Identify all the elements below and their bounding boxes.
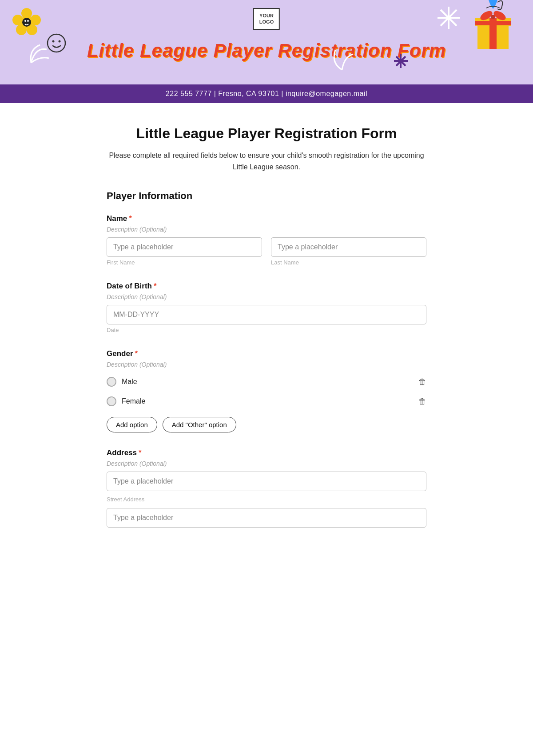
gender-male-label: Male xyxy=(122,378,137,386)
form-description: Please complete all required fields belo… xyxy=(107,150,426,172)
address-label: Address * xyxy=(107,448,426,457)
street-address-input[interactable] xyxy=(107,472,426,491)
add-option-button[interactable]: Add option xyxy=(107,417,157,432)
name-label: Name * xyxy=(107,214,426,223)
address-field-block: Address * Description (Optional) Street … xyxy=(107,448,426,528)
svg-point-26 xyxy=(491,15,495,19)
add-option-row: Add option Add "Other" option xyxy=(107,417,426,432)
first-name-wrapper: First Name xyxy=(107,237,262,266)
section-player-info: Player Information xyxy=(107,190,426,202)
star-decoration xyxy=(435,4,462,36)
svg-rect-23 xyxy=(475,21,511,25)
name-description: Description (Optional) xyxy=(107,226,426,233)
name-field-block: Name * Description (Optional) First Name… xyxy=(107,214,426,266)
gender-female-delete-icon[interactable]: 🗑 xyxy=(418,397,426,406)
dob-sublabel: Date xyxy=(107,327,426,333)
last-name-input[interactable] xyxy=(271,237,426,257)
gender-option-male[interactable]: Male 🗑 xyxy=(107,372,426,391)
gift-decoration xyxy=(471,0,515,62)
svg-point-17 xyxy=(48,34,65,52)
add-other-option-button[interactable]: Add "Other" option xyxy=(163,417,236,432)
header-main-title: Little League Player Registration Form xyxy=(18,40,515,61)
svg-point-7 xyxy=(24,20,26,22)
gender-male-left: Male xyxy=(107,377,137,387)
street-address-sublabel: Street Address xyxy=(107,496,426,503)
gender-female-label: Female xyxy=(122,397,145,405)
gender-female-radio[interactable] xyxy=(107,396,116,406)
dob-label: Date of Birth * xyxy=(107,282,426,291)
address-description: Description (Optional) xyxy=(107,460,426,467)
gender-female-left: Female xyxy=(107,396,145,406)
address-required-star: * xyxy=(139,448,142,457)
gender-male-delete-icon[interactable]: 🗑 xyxy=(418,377,426,387)
gender-option-female[interactable]: Female 🗑 xyxy=(107,392,426,411)
last-name-sublabel: Last Name xyxy=(271,259,426,266)
last-name-wrapper: Last Name xyxy=(271,237,426,266)
name-input-row: First Name Last Name xyxy=(107,237,426,266)
gender-required-star: * xyxy=(135,349,138,358)
main-content: Little League Player Registration Form P… xyxy=(89,103,444,570)
address-line2-input[interactable] xyxy=(107,508,426,528)
leaves-decoration-right xyxy=(329,45,355,76)
dob-description: Description (Optional) xyxy=(107,293,426,300)
info-bar: 222 555 7777 | Fresno, CA 93701 | inquir… xyxy=(0,84,533,103)
header-banner: YOUR LOGO xyxy=(0,0,533,84)
svg-point-18 xyxy=(52,40,55,43)
gender-description: Description (Optional) xyxy=(107,361,426,368)
dob-input[interactable] xyxy=(107,305,426,324)
dob-field-block: Date of Birth * Description (Optional) D… xyxy=(107,282,426,333)
header-title-block: Little League Player Registration Form xyxy=(18,40,515,61)
first-name-sublabel: First Name xyxy=(107,259,262,266)
gender-male-radio[interactable] xyxy=(107,377,116,387)
form-title: Little League Player Registration Form xyxy=(107,125,426,142)
svg-point-8 xyxy=(27,20,29,22)
flower-decoration xyxy=(9,4,44,46)
header-logo: YOUR LOGO xyxy=(253,8,280,30)
gender-radio-group: Male 🗑 Female 🗑 xyxy=(107,372,426,411)
dob-required-star: * xyxy=(154,282,157,291)
name-required-star: * xyxy=(129,214,132,223)
svg-point-19 xyxy=(59,40,61,43)
first-name-input[interactable] xyxy=(107,237,262,257)
smiley-decoration xyxy=(47,33,67,57)
purple-star-decoration xyxy=(393,53,409,72)
gender-label: Gender * xyxy=(107,349,426,358)
gender-field-block: Gender * Description (Optional) Male 🗑 F… xyxy=(107,349,426,432)
